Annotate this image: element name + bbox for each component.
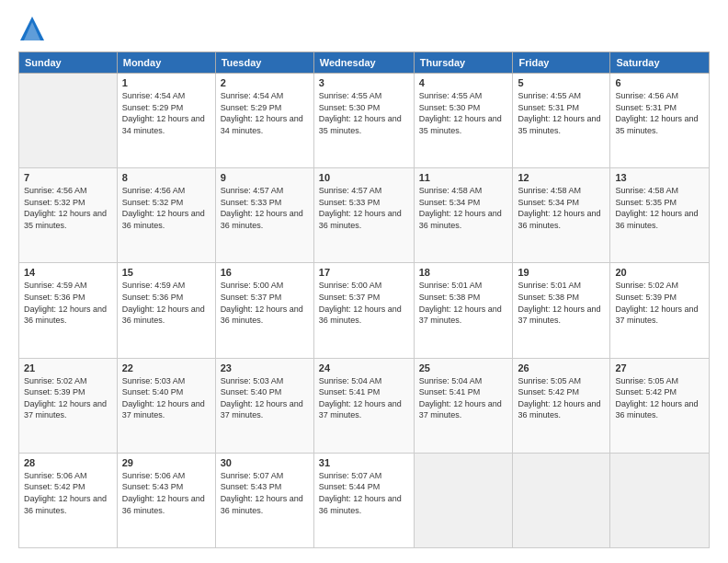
day-info: Sunrise: 5:05 AMSunset: 5:42 PMDaylight:… [615,375,704,421]
day-info: Sunrise: 4:58 AMSunset: 5:35 PMDaylight:… [615,185,704,231]
page: SundayMondayTuesdayWednesdayThursdayFrid… [0,0,728,563]
day-cell: 3Sunrise: 4:55 AMSunset: 5:30 PMDaylight… [313,74,414,168]
day-number: 21 [24,362,112,373]
day-cell: 23Sunrise: 5:03 AMSunset: 5:40 PMDayligh… [215,358,313,453]
logo [18,15,50,42]
calendar: SundayMondayTuesdayWednesdayThursdayFrid… [18,52,710,548]
day-number: 7 [24,172,112,183]
day-cell: 15Sunrise: 4:59 AMSunset: 5:36 PMDayligh… [117,263,215,358]
day-info: Sunrise: 4:56 AMSunset: 5:32 PMDaylight:… [122,185,210,231]
weekday-friday: Friday [513,52,610,74]
day-info: Sunrise: 4:59 AMSunset: 5:36 PMDaylight:… [24,280,112,326]
day-info: Sunrise: 4:55 AMSunset: 5:30 PMDaylight:… [319,90,409,136]
day-info: Sunrise: 5:07 AMSunset: 5:43 PMDaylight:… [221,470,309,516]
day-cell: 31Sunrise: 5:07 AMSunset: 5:44 PMDayligh… [313,453,414,547]
calendar-body: 1Sunrise: 4:54 AMSunset: 5:29 PMDaylight… [19,74,710,548]
day-info: Sunrise: 4:54 AMSunset: 5:29 PMDaylight:… [122,90,210,136]
day-number: 19 [518,267,605,278]
day-cell: 1Sunrise: 4:54 AMSunset: 5:29 PMDaylight… [117,74,215,168]
day-info: Sunrise: 4:58 AMSunset: 5:34 PMDaylight:… [419,185,508,231]
day-number: 4 [419,77,508,88]
week-row-2: 7Sunrise: 4:56 AMSunset: 5:32 PMDaylight… [19,168,710,263]
day-number: 28 [24,457,112,468]
day-number: 25 [419,362,508,373]
day-number: 17 [319,267,409,278]
week-row-5: 28Sunrise: 5:06 AMSunset: 5:42 PMDayligh… [19,453,710,547]
day-number: 5 [518,77,605,88]
header [18,15,710,42]
day-info: Sunrise: 4:58 AMSunset: 5:34 PMDaylight:… [518,185,605,231]
weekday-header: SundayMondayTuesdayWednesdayThursdayFrid… [19,52,710,74]
day-info: Sunrise: 4:59 AMSunset: 5:36 PMDaylight:… [122,280,210,326]
day-info: Sunrise: 4:56 AMSunset: 5:32 PMDaylight:… [24,185,112,231]
weekday-monday: Monday [117,52,215,74]
weekday-wednesday: Wednesday [313,52,414,74]
day-info: Sunrise: 4:57 AMSunset: 5:33 PMDaylight:… [319,185,409,231]
day-cell: 28Sunrise: 5:06 AMSunset: 5:42 PMDayligh… [19,453,118,547]
day-info: Sunrise: 5:05 AMSunset: 5:42 PMDaylight:… [518,375,605,421]
day-number: 14 [24,267,112,278]
day-number: 24 [319,362,409,373]
day-cell: 10Sunrise: 4:57 AMSunset: 5:33 PMDayligh… [313,168,414,263]
weekday-thursday: Thursday [414,52,513,74]
day-number: 11 [419,172,508,183]
day-number: 22 [122,362,210,373]
day-info: Sunrise: 5:07 AMSunset: 5:44 PMDaylight:… [319,470,409,516]
day-number: 3 [319,77,409,88]
day-cell: 22Sunrise: 5:03 AMSunset: 5:40 PMDayligh… [117,358,215,453]
day-cell: 2Sunrise: 4:54 AMSunset: 5:29 PMDaylight… [215,74,313,168]
day-cell: 20Sunrise: 5:02 AMSunset: 5:39 PMDayligh… [610,263,710,358]
day-info: Sunrise: 4:55 AMSunset: 5:31 PMDaylight:… [518,90,605,136]
day-number: 9 [221,172,309,183]
day-number: 20 [615,267,704,278]
day-info: Sunrise: 5:00 AMSunset: 5:37 PMDaylight:… [221,280,309,326]
day-cell: 11Sunrise: 4:58 AMSunset: 5:34 PMDayligh… [414,168,513,263]
day-cell: 30Sunrise: 5:07 AMSunset: 5:43 PMDayligh… [215,453,313,547]
day-cell: 27Sunrise: 5:05 AMSunset: 5:42 PMDayligh… [610,358,710,453]
day-cell [513,453,610,547]
day-cell [19,74,118,168]
day-cell: 9Sunrise: 4:57 AMSunset: 5:33 PMDaylight… [215,168,313,263]
day-cell [414,453,513,547]
week-row-3: 14Sunrise: 4:59 AMSunset: 5:36 PMDayligh… [19,263,710,358]
day-cell: 6Sunrise: 4:56 AMSunset: 5:31 PMDaylight… [610,74,710,168]
day-info: Sunrise: 5:02 AMSunset: 5:39 PMDaylight:… [615,280,704,326]
day-cell: 19Sunrise: 5:01 AMSunset: 5:38 PMDayligh… [513,263,610,358]
day-info: Sunrise: 5:03 AMSunset: 5:40 PMDaylight:… [122,375,210,421]
weekday-saturday: Saturday [610,52,710,74]
day-number: 16 [221,267,309,278]
day-info: Sunrise: 5:06 AMSunset: 5:42 PMDaylight:… [24,470,112,516]
day-info: Sunrise: 5:01 AMSunset: 5:38 PMDaylight:… [518,280,605,326]
day-number: 2 [221,77,309,88]
day-cell: 25Sunrise: 5:04 AMSunset: 5:41 PMDayligh… [414,358,513,453]
logo-icon [18,15,46,42]
day-cell: 24Sunrise: 5:04 AMSunset: 5:41 PMDayligh… [313,358,414,453]
day-number: 8 [122,172,210,183]
day-number: 10 [319,172,409,183]
day-cell: 29Sunrise: 5:06 AMSunset: 5:43 PMDayligh… [117,453,215,547]
day-number: 26 [518,362,605,373]
day-info: Sunrise: 5:01 AMSunset: 5:38 PMDaylight:… [419,280,508,326]
day-number: 15 [122,267,210,278]
day-cell: 17Sunrise: 5:00 AMSunset: 5:37 PMDayligh… [313,263,414,358]
day-info: Sunrise: 4:57 AMSunset: 5:33 PMDaylight:… [221,185,309,231]
day-cell: 18Sunrise: 5:01 AMSunset: 5:38 PMDayligh… [414,263,513,358]
day-cell: 4Sunrise: 4:55 AMSunset: 5:30 PMDaylight… [414,74,513,168]
day-cell: 12Sunrise: 4:58 AMSunset: 5:34 PMDayligh… [513,168,610,263]
day-cell: 21Sunrise: 5:02 AMSunset: 5:39 PMDayligh… [19,358,118,453]
day-number: 1 [122,77,210,88]
day-number: 30 [221,457,309,468]
day-info: Sunrise: 5:04 AMSunset: 5:41 PMDaylight:… [319,375,409,421]
day-info: Sunrise: 4:56 AMSunset: 5:31 PMDaylight:… [615,90,704,136]
weekday-tuesday: Tuesday [215,52,313,74]
day-info: Sunrise: 4:55 AMSunset: 5:30 PMDaylight:… [419,90,508,136]
day-cell: 16Sunrise: 5:00 AMSunset: 5:37 PMDayligh… [215,263,313,358]
day-info: Sunrise: 5:06 AMSunset: 5:43 PMDaylight:… [122,470,210,516]
day-info: Sunrise: 5:03 AMSunset: 5:40 PMDaylight:… [221,375,309,421]
weekday-sunday: Sunday [19,52,118,74]
day-cell: 13Sunrise: 4:58 AMSunset: 5:35 PMDayligh… [610,168,710,263]
day-number: 18 [419,267,508,278]
day-info: Sunrise: 5:02 AMSunset: 5:39 PMDaylight:… [24,375,112,421]
day-cell: 8Sunrise: 4:56 AMSunset: 5:32 PMDaylight… [117,168,215,263]
day-number: 13 [615,172,704,183]
